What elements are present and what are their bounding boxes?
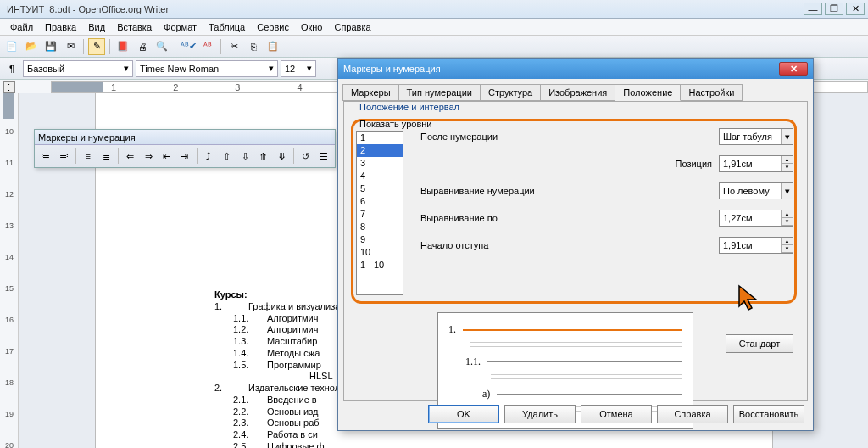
mail-icon[interactable]: ✉ (62, 38, 79, 55)
vruler-tick: 18 (5, 378, 14, 387)
dialog-close-icon[interactable]: ✕ (779, 62, 808, 76)
spin-down-icon[interactable]: ▼ (782, 245, 793, 253)
numbering-icon[interactable]: ≕ (55, 148, 71, 165)
arrow-right-icon[interactable]: ⇒ (140, 148, 156, 165)
edit-icon[interactable]: ✎ (88, 38, 105, 55)
menu-insert[interactable]: Вставка (112, 20, 157, 34)
restore-button[interactable]: ❐ (825, 3, 843, 15)
save-icon[interactable]: 💾 (42, 38, 59, 55)
dialog-titlebar[interactable]: Маркеры и нумерация ✕ (338, 59, 813, 79)
level-item[interactable]: 8 (357, 221, 403, 233)
move-up-icon[interactable]: ⇧ (219, 148, 235, 165)
tab-4[interactable]: Положение (615, 84, 681, 101)
position-spinner[interactable]: ▲▼ (719, 155, 793, 172)
move-sub-down-icon[interactable]: ⤋ (274, 148, 290, 165)
delete-button[interactable]: Удалить (504, 405, 576, 423)
preview-icon[interactable]: 🔍 (153, 38, 170, 55)
chevron-down-icon[interactable]: ▾ (781, 129, 793, 144)
bullets-icon[interactable]: ≔ (37, 148, 53, 165)
level-item[interactable]: 4 (357, 170, 403, 182)
arrow-left-icon[interactable]: ⇐ (122, 148, 138, 165)
tab-1[interactable]: Тип нумерации (398, 84, 481, 101)
print-icon[interactable]: 🖨 (134, 38, 151, 55)
num-align-combo[interactable]: ▾ (719, 182, 793, 199)
tab-5[interactable]: Настройки (680, 84, 743, 101)
menu-window[interactable]: Окно (296, 20, 328, 34)
paste-icon[interactable]: 📋 (264, 38, 281, 55)
menu-edit[interactable]: Правка (40, 20, 81, 34)
restart-num-icon[interactable]: ↺ (298, 148, 314, 165)
doc-line[interactable]: 2.4.Работа в си (233, 429, 747, 441)
reset-button[interactable]: Восстановить (733, 405, 804, 423)
level-item[interactable]: 3 (357, 157, 403, 170)
num-align-value[interactable] (720, 186, 781, 196)
menu-help[interactable]: Справка (329, 20, 376, 34)
spin-up-icon[interactable]: ▲ (782, 210, 793, 218)
preview-num3: a) (482, 388, 490, 400)
outdent-icon[interactable]: ≡ (80, 148, 96, 165)
position-value[interactable] (720, 159, 781, 169)
spellcheck-icon[interactable]: ᴬᴮ✔ (180, 38, 197, 55)
new-doc-icon[interactable]: 📄 (3, 38, 20, 55)
minimize-button[interactable]: — (804, 3, 822, 15)
demote-sub-icon[interactable]: ⇥ (176, 148, 192, 165)
spin-up-icon[interactable]: ▲ (782, 238, 793, 245)
tab-2[interactable]: Структура (480, 84, 541, 101)
vruler-tick: 20 (5, 441, 14, 448)
bullets-dialog-icon[interactable]: ☰ (315, 148, 331, 165)
open-icon[interactable]: 📂 (23, 38, 40, 55)
doc-line[interactable]: 2.5.Цифровые ф (233, 441, 747, 448)
spin-down-icon[interactable]: ▼ (782, 164, 793, 171)
level-item[interactable]: 5 (357, 182, 403, 195)
tab-3[interactable]: Изображения (540, 84, 615, 101)
indent-start-spinner[interactable]: ▲▼ (719, 237, 793, 254)
insert-unnum-icon[interactable]: ⤴ (201, 148, 217, 165)
menu-file[interactable]: Файл (5, 20, 38, 34)
spin-down-icon[interactable]: ▼ (782, 218, 793, 226)
menu-view[interactable]: Вид (83, 20, 110, 34)
align-to-spinner[interactable]: ▲▼ (719, 210, 793, 227)
tab-content: Положение и интервал Показать уровни 123… (343, 101, 808, 401)
style-combo[interactable]: Базовый▾ (23, 60, 133, 77)
menu-table[interactable]: Таблица (203, 20, 250, 34)
cancel-button[interactable]: Отмена (581, 405, 652, 423)
align-to-value[interactable] (720, 213, 781, 223)
copy-icon[interactable]: ⎘ (245, 38, 262, 55)
after-numbering-value[interactable] (720, 132, 781, 142)
levels-listbox[interactable]: 123456789101 - 10 (356, 131, 403, 295)
standard-toolbar: 📄 📂 💾 ✉ ✎ 📕 🖨 🔍 ᴬᴮ✔ ᴬᴮ ✂ ⎘ 📋 (0, 36, 868, 58)
fontsize-combo[interactable]: 12▾ (281, 60, 316, 77)
level-item[interactable]: 2 (357, 144, 403, 157)
font-combo[interactable]: Times New Roman▾ (136, 60, 278, 77)
pdf-icon[interactable]: 📕 (114, 38, 131, 55)
level-item[interactable]: 9 (357, 233, 403, 246)
indent-start-value[interactable] (720, 240, 781, 250)
cut-icon[interactable]: ✂ (225, 38, 242, 55)
autospell-icon[interactable]: ᴬᴮ (199, 38, 216, 55)
bullets-numbering-toolbar[interactable]: Маркеры и нумерация ≔ ≕ ≡ ≣ ⇐ ⇒ ⇤ ⇥ ⤴ ⇧ … (34, 129, 336, 168)
tab-0[interactable]: Маркеры (342, 84, 399, 101)
level-item[interactable]: 6 (357, 195, 403, 208)
chevron-down-icon[interactable]: ▾ (781, 183, 793, 199)
menu-format[interactable]: Формат (159, 20, 202, 34)
float-toolbar-title[interactable]: Маркеры и нумерация (35, 130, 335, 145)
standard-button[interactable]: Стандарт (726, 334, 793, 353)
close-button[interactable]: ✕ (846, 3, 865, 15)
help-button[interactable]: Справка (657, 405, 728, 423)
move-sub-up-icon[interactable]: ⤊ (255, 148, 271, 165)
promote-sub-icon[interactable]: ⇤ (159, 148, 175, 165)
vruler-tick: 14 (5, 253, 14, 261)
ruler-menu-icon[interactable]: ⋮ (3, 81, 15, 93)
level-item[interactable]: 10 (357, 246, 403, 259)
level-item[interactable]: 1 - 10 (357, 259, 403, 272)
style-value: Базовый (27, 64, 64, 74)
ok-button[interactable]: OK (428, 405, 499, 423)
after-numbering-combo[interactable]: ▾ (719, 128, 793, 145)
spin-up-icon[interactable]: ▲ (782, 156, 793, 164)
menu-tools[interactable]: Сервис (252, 20, 294, 34)
level-item[interactable]: 1 (357, 132, 403, 144)
move-down-icon[interactable]: ⇩ (237, 148, 253, 165)
indent-icon[interactable]: ≣ (97, 148, 114, 165)
styles-icon[interactable]: ¶ (3, 60, 20, 77)
level-item[interactable]: 7 (357, 208, 403, 221)
